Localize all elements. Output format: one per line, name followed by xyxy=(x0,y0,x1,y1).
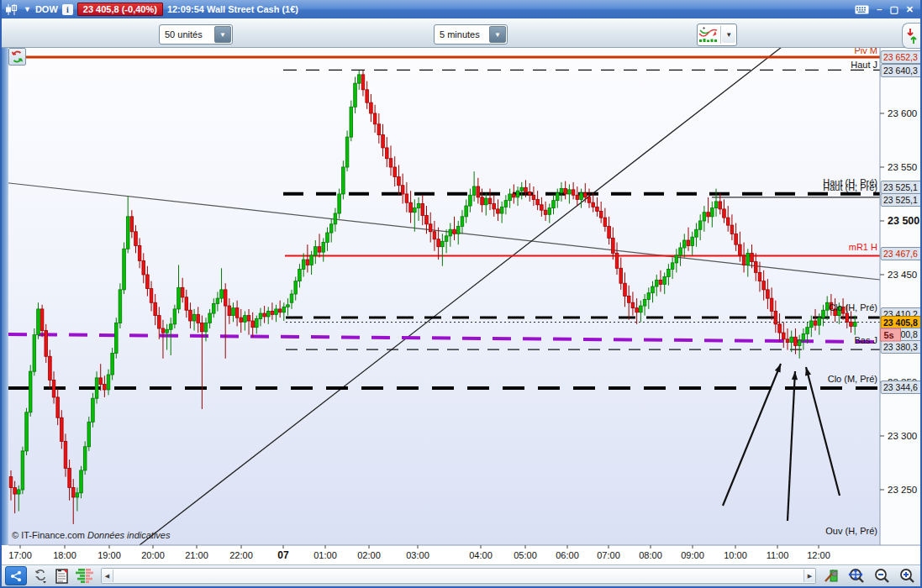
candle-body xyxy=(548,208,551,215)
zoom-in-button[interactable] xyxy=(898,568,917,585)
time-tick-label: 07 xyxy=(277,549,289,561)
candle-body xyxy=(778,324,782,333)
scroll-left-icon[interactable]: ◀ xyxy=(102,570,113,582)
candle-body xyxy=(540,205,544,210)
candle-body xyxy=(742,255,746,265)
refresh-icon xyxy=(11,50,24,63)
candle-body xyxy=(456,226,460,234)
candle-body xyxy=(814,321,817,325)
units-dropdown[interactable]: 50 unités ▼ xyxy=(159,24,233,45)
price-tick-label: 23 300 xyxy=(888,431,917,441)
candle-body xyxy=(290,294,293,302)
time-tick-label: 11:00 xyxy=(767,550,789,560)
candle-body xyxy=(181,287,184,297)
price-tick-label: 23 600 xyxy=(888,108,917,118)
candle-body xyxy=(758,272,761,281)
candle-body xyxy=(635,308,639,312)
undo-redo-button[interactable] xyxy=(34,569,49,584)
zoom-fit-icon xyxy=(846,568,867,585)
candle-body xyxy=(17,490,20,494)
share-icon xyxy=(10,570,22,582)
candle-body xyxy=(754,262,757,273)
candle-body xyxy=(802,333,805,340)
news-button[interactable] xyxy=(55,569,69,584)
minimize-button[interactable]: – xyxy=(877,5,882,14)
candle-body xyxy=(385,148,388,159)
chart-window: 23 60023 55023 50023 45023 35023 30023 2… xyxy=(0,0,922,588)
timeframe-dropdown-caret-icon[interactable]: ▼ xyxy=(489,26,506,43)
candle-body xyxy=(37,309,40,335)
zoom-out-button[interactable] xyxy=(873,568,892,585)
share-button[interactable] xyxy=(5,566,27,585)
candle-body xyxy=(107,375,110,390)
candle-body xyxy=(126,217,129,249)
candle-body xyxy=(142,260,145,275)
close-button[interactable]: ✕ xyxy=(906,5,914,14)
timeframe-dropdown[interactable]: 5 minutes ▼ xyxy=(434,24,508,45)
candle-body xyxy=(612,238,615,253)
candle-body xyxy=(21,451,24,490)
maximize-button[interactable]: ▢ xyxy=(889,5,898,14)
indicators-button[interactable]: ▼ xyxy=(697,24,737,46)
time-tick-label: 18:00 xyxy=(53,550,76,560)
order-book-button[interactable] xyxy=(76,569,94,583)
indicators-caret-icon[interactable]: ▼ xyxy=(722,28,735,43)
candle-body xyxy=(354,83,357,107)
candle-body xyxy=(9,477,13,488)
candle-body xyxy=(334,213,337,224)
candle-body xyxy=(87,422,91,446)
candle-body xyxy=(441,241,445,246)
candle-body xyxy=(818,318,821,325)
candle-body xyxy=(846,313,849,322)
side-panel-tab[interactable] xyxy=(902,23,920,49)
refresh-data-button[interactable] xyxy=(8,48,26,66)
price-value-text: 23 405,8 xyxy=(883,318,918,328)
candle-countdown-text: 5s xyxy=(884,330,894,340)
candle-body xyxy=(192,314,196,321)
zoom-fit-button[interactable] xyxy=(846,568,867,585)
candle-body xyxy=(516,191,519,197)
time-tick-label: 06:00 xyxy=(556,550,579,560)
units-dropdown-caret-icon[interactable]: ▼ xyxy=(214,26,231,43)
candle-body xyxy=(401,186,404,194)
candle-body xyxy=(414,208,417,213)
time-tick-label: 17:00 xyxy=(8,550,32,560)
chart-settings-button[interactable] xyxy=(823,569,840,584)
scroll-right-icon[interactable]: ▶ xyxy=(803,570,815,582)
candle-body xyxy=(449,229,452,236)
candle-body xyxy=(40,309,44,331)
instrument-caret-icon[interactable]: ▼ xyxy=(24,6,31,13)
level-label: Ouv (H, Pré) xyxy=(825,526,877,536)
news-icon xyxy=(55,569,69,584)
candle-body xyxy=(822,310,825,318)
price-chart[interactable]: 23 60023 55023 50023 45023 35023 30023 2… xyxy=(2,0,922,588)
candle-body xyxy=(794,337,798,345)
candle-body xyxy=(421,203,424,215)
scrollbar-thumb[interactable] xyxy=(113,570,803,582)
price-value-text: 23 525,1 xyxy=(883,182,918,192)
candle-body xyxy=(68,468,71,487)
candle-body xyxy=(707,213,710,217)
candle-body xyxy=(746,253,750,265)
timeframe-dropdown-value: 5 minutes xyxy=(435,29,488,39)
candle-body xyxy=(513,194,516,197)
candle-body xyxy=(675,255,678,263)
candle-body xyxy=(29,371,32,412)
candle-body xyxy=(123,249,126,290)
candle-body xyxy=(850,322,853,326)
candle-body xyxy=(762,281,766,290)
horizontal-scrollbar[interactable]: ◀ ▶ xyxy=(101,568,816,584)
candle-body xyxy=(667,270,671,277)
candle-body xyxy=(735,234,738,244)
keyboard-icon[interactable] xyxy=(855,5,869,14)
left-window-strip xyxy=(2,47,8,545)
level-label: Clo (H, Pré) xyxy=(829,302,877,312)
candle-body xyxy=(370,102,373,113)
info-icon[interactable]: i xyxy=(62,4,73,15)
candle-body xyxy=(640,306,643,312)
candle-body xyxy=(212,304,215,314)
candle-body xyxy=(302,260,305,270)
price-value-text: 23 467,6 xyxy=(883,249,918,259)
candle-body xyxy=(232,308,235,316)
candle-body xyxy=(71,487,75,497)
